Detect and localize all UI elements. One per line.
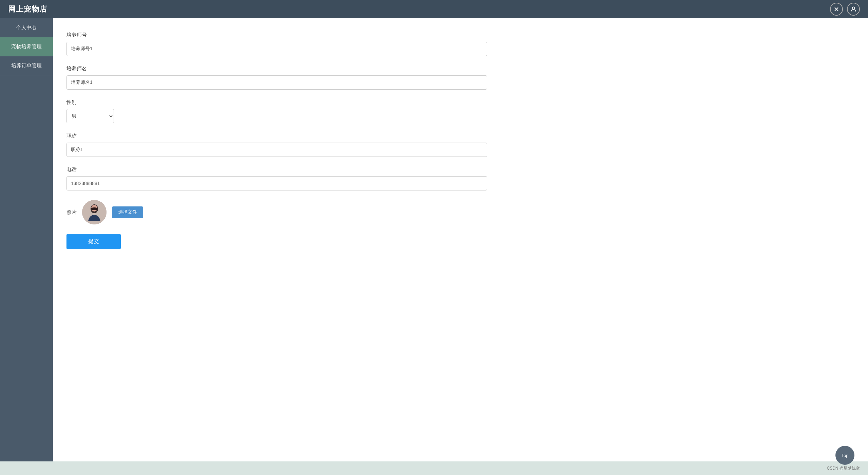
avatar bbox=[82, 200, 107, 224]
sidebar-item-training-order-management[interactable]: 培养订单管理 bbox=[0, 56, 53, 75]
trainer-name-group: 培养师名 bbox=[66, 66, 854, 90]
gender-select[interactable]: 男 女 bbox=[66, 109, 114, 123]
gender-group: 性别 男 女 bbox=[66, 99, 854, 123]
app-header: 网上宠物店 bbox=[0, 0, 868, 18]
user-icon-button[interactable] bbox=[847, 3, 860, 16]
gender-label: 性别 bbox=[66, 99, 854, 106]
phone-label: 电话 bbox=[66, 166, 854, 173]
phone-input[interactable] bbox=[66, 176, 487, 190]
avatar-image bbox=[82, 200, 107, 224]
trainer-name-label: 培养师名 bbox=[66, 66, 854, 72]
photo-label: 照片 bbox=[66, 209, 77, 216]
title-group: 职称 bbox=[66, 133, 854, 157]
app-title: 网上宠物店 bbox=[8, 4, 47, 14]
top-button-label: Top bbox=[842, 453, 849, 458]
svg-point-6 bbox=[91, 207, 98, 210]
sidebar-item-personal-center[interactable]: 个人中心 bbox=[0, 18, 53, 37]
main-layout: 个人中心 宠物培养管理 培养订单管理 培养师号 培养师名 性别 男 女 职称 bbox=[0, 18, 868, 461]
sidebar-item-pet-training-management[interactable]: 宠物培养管理 bbox=[0, 37, 53, 56]
main-content: 培养师号 培养师名 性别 男 女 职称 电话 照片 bbox=[53, 18, 868, 461]
scroll-to-top-button[interactable]: Top bbox=[835, 446, 854, 465]
title-input[interactable] bbox=[66, 143, 487, 157]
close-icon bbox=[833, 6, 840, 13]
trainer-id-group: 培养师号 bbox=[66, 32, 854, 56]
title-label: 职称 bbox=[66, 133, 854, 139]
header-icon-group bbox=[830, 3, 860, 16]
footer: CSDN @星梦统空 bbox=[0, 461, 868, 475]
trainer-name-input[interactable] bbox=[66, 75, 487, 90]
choose-file-button[interactable]: 选择文件 bbox=[112, 206, 143, 218]
sidebar: 个人中心 宠物培养管理 培养订单管理 bbox=[0, 18, 53, 461]
close-icon-button[interactable] bbox=[830, 3, 843, 16]
phone-group: 电话 bbox=[66, 166, 854, 190]
footer-text: CSDN @星梦统空 bbox=[827, 465, 860, 471]
user-icon bbox=[850, 6, 857, 13]
submit-button[interactable]: 提交 bbox=[66, 234, 121, 249]
photo-group: 照片 选择文件 bbox=[66, 200, 854, 224]
trainer-id-label: 培养师号 bbox=[66, 32, 854, 38]
svg-point-2 bbox=[852, 7, 855, 9]
trainer-id-input[interactable] bbox=[66, 42, 487, 56]
